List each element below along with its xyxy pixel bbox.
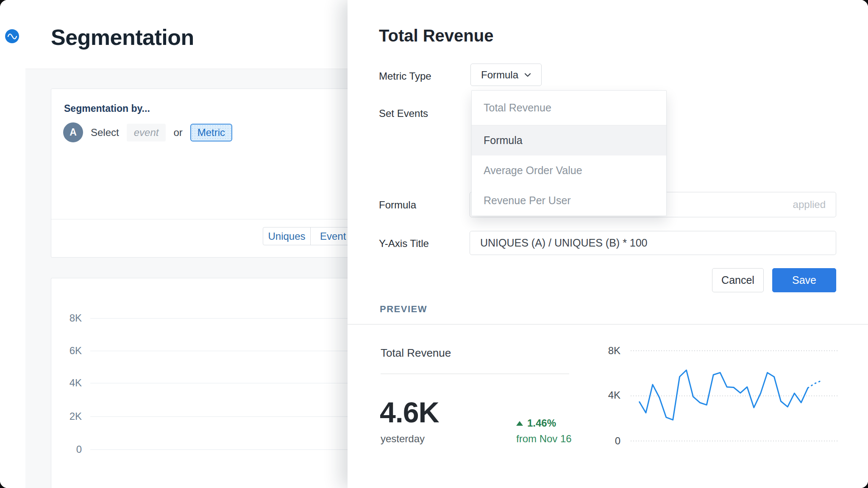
amplitude-wave-icon[interactable] (5, 29, 19, 43)
gridline (90, 416, 374, 417)
preview-delta: 1.46% (516, 417, 556, 429)
app-window: Segmentation Segmentation by... A Select… (0, 0, 868, 488)
formula-applied-status: applied (793, 199, 826, 211)
segmentation-card: Segmentation by... A Select event or Met… (51, 89, 374, 258)
gridline-row: 4K (51, 377, 374, 389)
save-button[interactable]: Save (772, 268, 836, 292)
menu-option-average-order-value[interactable]: Average Order Value (472, 155, 666, 186)
menu-option-total-revenue[interactable]: Total Revenue (472, 91, 666, 125)
preview-sparkline-chart (627, 343, 848, 453)
spark-tick-0: 0 (595, 435, 620, 447)
select-label: Select (91, 127, 119, 139)
gridline-row: 8K (51, 312, 374, 324)
preview-delta-note: from Nov 16 (516, 433, 572, 445)
series-a-badge: A (63, 122, 83, 142)
y-tick-label: 8K (56, 312, 82, 324)
y-tick-label: 4K (56, 377, 82, 389)
spark-tick-4k: 4K (595, 389, 620, 401)
segmentation-chart-card: 8K 6K 4K 2K 0 (51, 278, 374, 488)
left-rail (0, 0, 25, 488)
y-axis-title-value: UNIQUES (A) / UNIQUES (B) * 100 (480, 237, 648, 249)
preview-metric-title: Total Revenue (381, 347, 451, 360)
metric-type-value: Formula (481, 69, 518, 81)
metric-chip[interactable]: Metric (190, 124, 232, 141)
metric-type-label: Metric Type (379, 70, 431, 82)
gridline-row: 6K (51, 345, 374, 357)
y-tick-label: 2K (56, 410, 82, 422)
gridline (90, 383, 374, 383)
metric-type-dropdown[interactable]: Formula (470, 64, 542, 86)
menu-option-revenue-per-user[interactable]: Revenue Per User (472, 186, 666, 216)
modal-title: Total Revenue (379, 26, 493, 45)
chevron-down-icon (524, 73, 531, 77)
y-axis-title-input[interactable]: UNIQUES (A) / UNIQUES (B) * 100 (470, 231, 836, 255)
event-chip[interactable]: event (127, 124, 166, 141)
sine-wave-glyph (7, 31, 17, 42)
preview-period-label: yesterday (381, 433, 425, 445)
triangle-up-icon (516, 421, 523, 426)
gridline (90, 449, 374, 450)
page-title: Segmentation (51, 25, 194, 50)
metric-editor-modal: Total Revenue Metric Type Formula Set Ev… (348, 0, 868, 488)
spark-tick-8k: 8K (595, 345, 620, 357)
y-tick-label: 6K (56, 345, 82, 357)
or-label: or (173, 127, 182, 139)
preview-metric-underline (381, 374, 569, 374)
preview-divider (348, 324, 868, 324)
tab-uniques[interactable]: Uniques (263, 227, 311, 245)
menu-option-formula[interactable]: Formula (472, 125, 666, 155)
cancel-button[interactable]: Cancel (712, 268, 764, 292)
gridline-row: 0 (51, 444, 374, 455)
preview-delta-value: 1.46% (527, 417, 556, 429)
segmentation-card-heading: Segmentation by... (64, 103, 150, 114)
set-events-label: Set Events (379, 108, 428, 119)
formula-label: Formula (379, 199, 416, 211)
y-tick-label: 0 (56, 444, 82, 455)
gridline (90, 351, 374, 351)
y-axis-title-label: Y-Axis Title (379, 238, 429, 250)
preview-section-label: PREVIEW (380, 304, 427, 315)
gridline (90, 318, 374, 319)
metric-type-menu: Total Revenue Formula Average Order Valu… (471, 90, 667, 216)
preview-big-value: 4.6K (380, 396, 439, 429)
event-selector-row: A Select event or Metric (63, 122, 232, 142)
gridline-row: 2K (51, 410, 374, 422)
